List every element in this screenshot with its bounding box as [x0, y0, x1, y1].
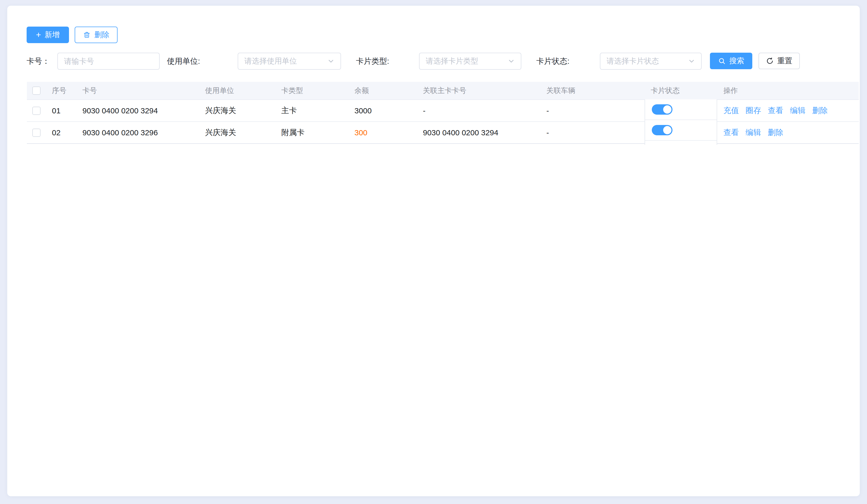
table-header: 序号 卡号 使用单位 卡类型 余额 关联主卡卡号 关联车辆 卡片状态 操作	[27, 82, 859, 100]
chevron-down-icon	[507, 57, 515, 65]
type-label: 卡片类型:	[356, 53, 389, 70]
search-button-label: 搜索	[729, 56, 744, 66]
cell-unit: 兴庆海关	[199, 105, 275, 116]
cell-card-no: 9030 0400 0200 3294	[76, 106, 199, 115]
action-link[interactable]: 充值	[724, 105, 739, 116]
type-select-placeholder: 请选择卡片类型	[426, 56, 478, 66]
column-header-vehicle: 关联车辆	[540, 86, 644, 96]
column-header-unit: 使用单位	[199, 86, 275, 96]
cell-unit: 兴庆海关	[199, 127, 275, 138]
page-background: { "colors": { "primary": "#3d9dff", "lin…	[0, 0, 867, 504]
cell-actions: 充值圈存查看编辑删除	[717, 105, 859, 116]
column-header-actions: 操作	[717, 86, 859, 96]
cell-index: 01	[46, 106, 76, 115]
action-link[interactable]: 查看	[768, 105, 783, 116]
reset-undo-icon	[766, 57, 774, 65]
cell-card-type: 主卡	[275, 105, 348, 116]
status-select[interactable]: 请选择卡片状态	[600, 53, 702, 70]
card-status-toggle[interactable]	[652, 104, 673, 114]
cell-main-card-no: -	[417, 106, 540, 115]
cell-balance: 3000	[348, 106, 417, 115]
action-link[interactable]: 编辑	[746, 127, 761, 138]
row-checkbox[interactable]	[32, 129, 41, 137]
unit-select-placeholder: 请选择使用单位	[244, 56, 297, 66]
cell-card-no: 9030 0400 0200 3296	[76, 128, 199, 137]
action-link[interactable]: 查看	[724, 127, 739, 138]
status-label: 卡片状态:	[536, 53, 569, 70]
select-all-checkbox[interactable]	[32, 87, 41, 95]
column-header-card-type: 卡类型	[275, 86, 348, 96]
cell-index: 02	[46, 128, 76, 137]
column-header-index: 序号	[46, 86, 76, 96]
trash-icon	[83, 31, 91, 39]
column-header-main-card: 关联主卡卡号	[417, 86, 540, 96]
delete-button[interactable]: 删除	[75, 26, 118, 43]
content-card: + 新增 删除 卡号： 使用单位: 请选择使用单位 卡片类型: 请选择卡片类型 …	[7, 6, 860, 496]
unit-select[interactable]: 请选择使用单位	[238, 53, 341, 70]
cell-actions: 查看编辑删除	[717, 127, 859, 138]
action-link[interactable]: 删除	[768, 127, 783, 138]
card-no-input[interactable]	[57, 53, 160, 70]
fixed-status-cell	[645, 120, 717, 141]
add-button-label: 新增	[45, 30, 60, 40]
table-row: 01 9030 0400 0200 3294 兴庆海关 主卡 3000 - - …	[27, 100, 859, 122]
search-button[interactable]: 搜索	[710, 53, 752, 69]
type-select[interactable]: 请选择卡片类型	[419, 53, 521, 70]
column-header-card-no: 卡号	[76, 86, 199, 96]
chevron-down-icon	[327, 57, 335, 65]
chevron-down-icon	[688, 57, 695, 65]
action-link[interactable]: 编辑	[790, 105, 805, 116]
cell-card-type: 附属卡	[275, 127, 348, 138]
card-status-toggle[interactable]	[652, 125, 673, 135]
cell-vehicle: -	[540, 128, 644, 137]
delete-button-label: 删除	[94, 30, 109, 40]
table-body: 01 9030 0400 0200 3294 兴庆海关 主卡 3000 - - …	[27, 100, 859, 144]
cards-table: 序号 卡号 使用单位 卡类型 余额 关联主卡卡号 关联车辆 卡片状态 操作 01…	[27, 82, 859, 144]
cell-main-card-no: 9030 0400 0200 3294	[417, 128, 540, 137]
fixed-status-cell	[645, 99, 717, 120]
plus-icon: +	[36, 30, 41, 39]
status-select-placeholder: 请选择卡片状态	[607, 56, 659, 66]
reset-button-label: 重置	[777, 56, 792, 66]
card-no-label: 卡号：	[26, 53, 50, 70]
search-icon	[718, 57, 726, 65]
cell-vehicle: -	[540, 106, 644, 115]
table-row: 02 9030 0400 0200 3296 兴庆海关 附属卡 300 9030…	[27, 122, 859, 144]
action-link[interactable]: 删除	[812, 105, 828, 116]
unit-label: 使用单位:	[167, 53, 200, 70]
cell-balance: 300	[348, 128, 417, 137]
fixed-status-column	[644, 99, 717, 145]
column-header-status: 卡片状态	[644, 86, 717, 96]
reset-button[interactable]: 重置	[759, 53, 800, 69]
row-checkbox[interactable]	[32, 107, 41, 115]
action-link[interactable]: 圈存	[746, 105, 761, 116]
column-header-balance: 余额	[348, 86, 417, 96]
add-button[interactable]: + 新增	[26, 26, 69, 43]
